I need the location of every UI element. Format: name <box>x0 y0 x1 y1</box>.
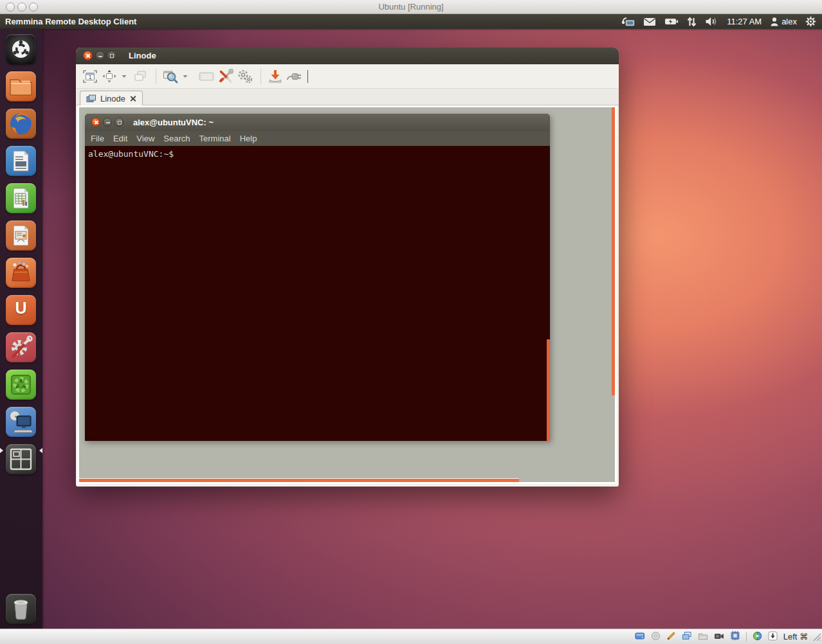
session-gear-icon[interactable] <box>805 16 816 27</box>
launcher-item-libreoffice-impress[interactable] <box>6 220 36 251</box>
resize-window-button[interactable]: 1 <box>81 67 99 86</box>
fullscreen-button[interactable] <box>100 67 118 86</box>
launcher-item-ubuntu-software-center[interactable] <box>6 258 36 288</box>
plug-disconnect-icon <box>286 69 303 84</box>
screenshot-download-button[interactable] <box>266 67 284 86</box>
remmina-titlebar[interactable]: Linode <box>76 48 619 64</box>
user-menu[interactable]: alex <box>770 17 797 26</box>
tab-close-icon[interactable] <box>129 95 136 102</box>
usb-status-icon[interactable] <box>730 631 740 643</box>
terminal-minimize-button[interactable] <box>103 118 112 127</box>
duplicate-connection-button[interactable] <box>131 67 149 86</box>
hdd-status-icon[interactable] <box>635 631 645 643</box>
fullscreen-options-chevron[interactable] <box>120 67 129 86</box>
remmina-window-title: Linode <box>129 48 156 64</box>
launcher-item-dash-home[interactable] <box>6 34 36 64</box>
preferences-tools-button[interactable] <box>217 67 235 86</box>
volume-icon[interactable] <box>705 17 718 26</box>
menu-search[interactable]: Search <box>163 134 190 143</box>
chevron-down-icon <box>121 74 127 79</box>
launcher-item-libreoffice-writer[interactable] <box>6 146 36 176</box>
mail-icon[interactable] <box>643 17 656 26</box>
launcher-item-system-settings[interactable] <box>6 332 36 362</box>
settings-gear-wrench-icon <box>6 332 36 362</box>
battery-icon[interactable] <box>664 17 679 26</box>
optical-disc-status-icon[interactable] <box>651 631 661 643</box>
launcher-item-firefox[interactable] <box>6 109 36 139</box>
menu-edit[interactable]: Edit <box>113 134 127 143</box>
terminal-window: alex@ubuntuVNC: ~ File Edit View Search … <box>85 114 550 441</box>
running-indicator-arrow <box>0 448 3 453</box>
resize-1to1-icon: 1 <box>82 69 98 84</box>
window-maximize-button[interactable] <box>107 51 116 60</box>
launcher-item-ubuntu-one[interactable]: U <box>6 295 36 325</box>
menu-view[interactable]: View <box>136 134 154 143</box>
remmina-window: Linode 1 <box>76 48 619 487</box>
keyboard-capture-status-icon[interactable] <box>768 631 778 643</box>
terminal-maximize-button[interactable] <box>114 118 123 127</box>
active-app-title: Remmina Remote Desktop Client <box>5 14 136 29</box>
network-icon[interactable] <box>621 16 635 27</box>
video-capture-status-icon[interactable] <box>714 631 724 643</box>
folder-icon <box>6 71 36 102</box>
terminal-menubar: File Edit View Search Terminal Help <box>85 131 550 146</box>
window-minimize-button[interactable] <box>95 51 105 60</box>
text-caret <box>307 70 308 83</box>
shared-windows-status-icon[interactable] <box>682 631 692 643</box>
firefox-icon <box>6 109 36 139</box>
host-window-titlebar: Ubuntu [Running] <box>0 0 822 14</box>
toolbar-separator <box>260 69 261 84</box>
pen-status-icon[interactable] <box>666 631 676 643</box>
terminal-scrollbar-artifact <box>547 339 550 441</box>
host-window-title: Ubuntu [Running] <box>0 0 822 13</box>
launcher-item-trash[interactable] <box>6 594 36 624</box>
launcher-item-home-folder[interactable] <box>6 71 36 102</box>
libreoffice-writer-icon <box>6 146 36 176</box>
disconnect-button[interactable] <box>286 67 304 86</box>
username-label: alex <box>781 17 797 26</box>
user-icon <box>770 17 779 26</box>
mouse-integration-status-icon[interactable] <box>753 631 762 643</box>
terminal-screen[interactable]: alex@ubuntuVNC:~$ <box>85 146 550 441</box>
dash-home-icon <box>6 34 36 64</box>
grab-keyboard-button[interactable] <box>197 67 215 86</box>
launcher-item-workspace-switcher[interactable] <box>6 444 36 474</box>
scale-magnifier-icon <box>162 69 179 84</box>
cascade-windows-icon <box>132 69 148 84</box>
menu-terminal[interactable]: Terminal <box>199 134 231 143</box>
clock[interactable]: 11:27 AM <box>727 17 762 26</box>
window-close-button[interactable] <box>83 51 93 60</box>
launcher-item-libreoffice-calc[interactable] <box>6 183 36 213</box>
host-key-label: Left ⌘ <box>783 632 808 641</box>
virtualbox-statusbar: Left ⌘ <box>0 629 822 644</box>
shared-folder-status-icon[interactable] <box>698 631 708 643</box>
launcher-item-software-package[interactable] <box>6 370 36 400</box>
menu-help[interactable]: Help <box>240 134 257 143</box>
software-center-icon <box>6 258 36 288</box>
software-package-icon <box>6 370 36 400</box>
svg-text:1: 1 <box>89 74 92 80</box>
scaled-mode-button[interactable] <box>161 67 179 86</box>
launcher-item-remmina[interactable] <box>6 407 36 437</box>
remote-desktop-viewport[interactable]: alex@ubuntuVNC: ~ File Edit View Search … <box>77 105 617 484</box>
terminal-close-button[interactable] <box>91 118 100 127</box>
clock-label: 11:27 AM <box>727 17 762 26</box>
resize-grip[interactable] <box>812 632 821 643</box>
unity-launcher: U <box>0 29 42 629</box>
download-icon <box>268 69 283 84</box>
menu-file[interactable]: File <box>91 134 104 143</box>
sync-arrows-icon[interactable] <box>687 17 697 27</box>
gears-icon <box>237 69 253 84</box>
focused-indicator-arrow <box>39 448 42 453</box>
scale-options-chevron[interactable] <box>181 67 190 86</box>
shell-prompt: alex@ubuntuVNC:~$ <box>88 149 174 159</box>
connection-settings-button[interactable] <box>236 67 254 86</box>
remote-window-border-artifact-bottom <box>79 478 519 482</box>
terminal-window-title: alex@ubuntuVNC: ~ <box>133 114 214 131</box>
terminal-titlebar[interactable]: alex@ubuntuVNC: ~ <box>85 114 550 131</box>
vm-desktop: Remmina Remote Desktop Client 11:27 AM a… <box>0 14 822 629</box>
libreoffice-impress-icon <box>6 220 36 251</box>
remmina-toolbar: 1 <box>76 64 619 89</box>
tab-linode[interactable]: Linode <box>80 91 143 105</box>
keyboard-icon <box>198 69 215 84</box>
